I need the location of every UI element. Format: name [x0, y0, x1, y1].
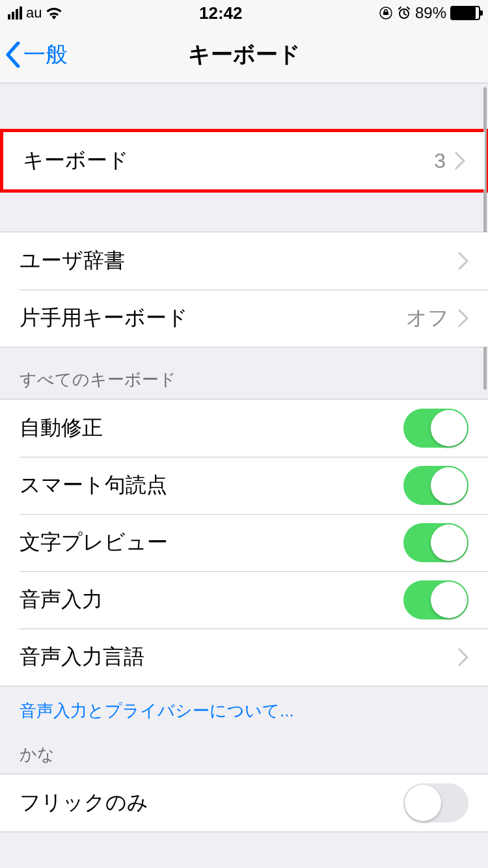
row-label: 音声入力 [20, 586, 103, 614]
dictation-privacy-link[interactable]: 音声入力とプライバシーについて... [0, 686, 488, 735]
dict-section: ユーザ辞書 片手用キーボード オフ [0, 232, 488, 347]
status-time: 12:42 [199, 3, 243, 23]
carrier-label: au [26, 5, 42, 21]
status-right: 89% [379, 4, 480, 22]
row-label: 音声入力言語 [20, 643, 144, 671]
row-value: オフ [406, 304, 449, 332]
row-one-handed-keyboard[interactable]: 片手用キーボード オフ [0, 290, 488, 347]
row-character-preview: 文字プレビュー [0, 514, 488, 571]
row-flick-only: フリックのみ [0, 774, 488, 832]
chevron-right-icon [458, 648, 468, 666]
status-bar: au 12:42 89% [0, 0, 488, 26]
toggle-smart-punctuation[interactable] [403, 466, 468, 505]
row-label: フリックのみ [20, 789, 148, 817]
alarm-icon [397, 6, 411, 20]
toggle-flick-only[interactable] [403, 783, 468, 822]
back-button[interactable]: 一般 [5, 40, 68, 70]
row-label: ユーザ辞書 [20, 247, 125, 275]
row-label: 文字プレビュー [20, 528, 168, 557]
row-label: 自動修正 [20, 414, 103, 442]
nav-bar: 一般 キーボード [0, 26, 488, 83]
content: キーボード 3 ユーザ辞書 片手用キーボード オフ すべてのキーボード 自動修正 [0, 83, 488, 845]
signal-icon [8, 7, 22, 20]
page-title: キーボード [188, 40, 301, 70]
chevron-left-icon [5, 42, 21, 68]
row-label: 片手用キーボード [20, 304, 188, 332]
row-keyboards[interactable]: キーボード 3 [3, 132, 485, 189]
row-smart-punctuation: スマート句読点 [0, 457, 488, 514]
orientation-lock-icon [379, 6, 393, 20]
all-keyboards-section: 自動修正 スマート句読点 文字プレビュー 音声入力 音声入力言語 [0, 399, 488, 686]
row-dictation: 音声入力 [0, 571, 488, 629]
chevron-right-icon [458, 309, 468, 327]
kana-section: フリックのみ [0, 774, 488, 832]
row-auto-correct: 自動修正 [0, 400, 488, 457]
back-label: 一般 [23, 40, 68, 70]
row-dictation-languages[interactable]: 音声入力言語 [0, 629, 488, 686]
chevron-right-icon [455, 152, 465, 170]
toggle-character-preview[interactable] [403, 523, 468, 562]
battery-icon [450, 6, 480, 20]
toggle-dictation[interactable] [403, 580, 468, 619]
wifi-icon [46, 7, 62, 20]
keyboards-section-highlighted: キーボード 3 [0, 129, 488, 193]
row-value: 3 [434, 149, 446, 173]
battery-percent: 89% [415, 4, 446, 22]
section-header-kana: かな [0, 735, 488, 774]
row-user-dictionary[interactable]: ユーザ辞書 [0, 232, 488, 290]
row-label: スマート句読点 [20, 471, 167, 500]
status-left: au [8, 5, 62, 21]
section-header-all-keyboards: すべてのキーボード [0, 347, 488, 399]
toggle-auto-correct[interactable] [403, 409, 468, 448]
chevron-right-icon [458, 252, 468, 270]
row-label: キーボード [23, 146, 129, 175]
